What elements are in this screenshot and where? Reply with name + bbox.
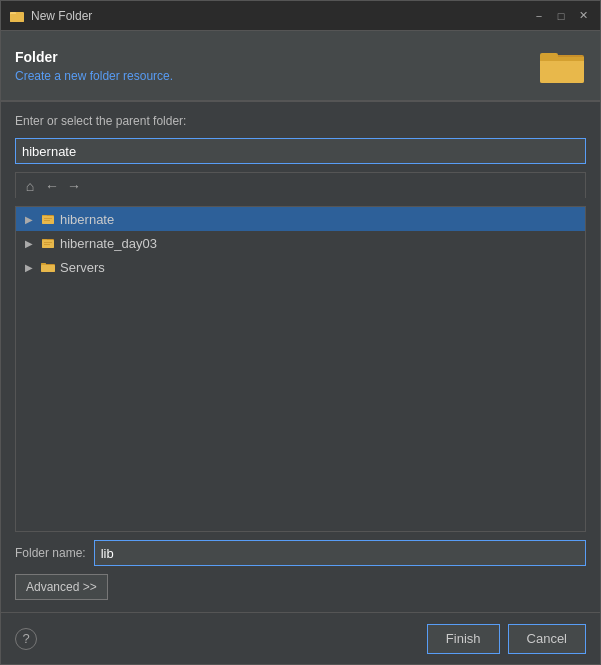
home-icon: ⌂ xyxy=(26,178,34,194)
forward-button[interactable]: → xyxy=(64,176,84,196)
tree-view[interactable]: ▶ hibernate ▶ xyxy=(15,206,586,532)
folder-name-label: Folder name: xyxy=(15,546,86,560)
tree-item[interactable]: ▶ Servers xyxy=(16,255,585,279)
parent-folder-input[interactable] xyxy=(15,138,586,164)
svg-rect-19 xyxy=(41,265,55,272)
svg-rect-16 xyxy=(44,244,50,245)
maximize-button[interactable]: □ xyxy=(552,7,570,25)
cancel-button[interactable]: Cancel xyxy=(508,624,586,654)
window-icon xyxy=(9,8,25,24)
new-folder-dialog: New Folder − □ ✕ Folder Create a new fol… xyxy=(0,0,601,665)
tree-toolbar: ⌂ ← → xyxy=(15,172,586,198)
advanced-button[interactable]: Advanced >> xyxy=(15,574,108,600)
svg-rect-2 xyxy=(10,14,24,22)
minimize-button[interactable]: − xyxy=(530,7,548,25)
help-icon: ? xyxy=(22,631,29,646)
bottom-left: ? xyxy=(15,628,37,650)
svg-rect-15 xyxy=(44,242,52,243)
title-bar: New Folder − □ ✕ xyxy=(1,1,600,31)
header-folder-icon xyxy=(538,45,586,87)
back-button[interactable]: ← xyxy=(42,176,62,196)
tree-toggle[interactable]: ▶ xyxy=(22,260,36,274)
folder-name-input[interactable] xyxy=(94,540,586,566)
home-button[interactable]: ⌂ xyxy=(20,176,40,196)
bottom-right: Finish Cancel xyxy=(427,624,586,654)
tree-toggle[interactable]: ▶ xyxy=(22,236,36,250)
finish-button[interactable]: Finish xyxy=(427,624,500,654)
header-title: Folder xyxy=(15,49,173,65)
window-controls: − □ ✕ xyxy=(530,7,592,25)
project-icon xyxy=(40,235,56,251)
tree-item[interactable]: ▶ hibernate_day03 xyxy=(16,231,585,255)
help-button[interactable]: ? xyxy=(15,628,37,650)
back-icon: ← xyxy=(45,178,59,194)
tree-item[interactable]: ▶ hibernate xyxy=(16,207,585,231)
tree-item-label: Servers xyxy=(60,260,105,275)
bottom-bar: ? Finish Cancel xyxy=(1,612,600,664)
svg-rect-11 xyxy=(44,220,50,221)
tree-toggle[interactable]: ▶ xyxy=(22,212,36,226)
close-button[interactable]: ✕ xyxy=(574,7,592,25)
header-subtitle: Create a new folder resource. xyxy=(15,69,173,83)
project-icon xyxy=(40,211,56,227)
main-content: Enter or select the parent folder: ⌂ ← →… xyxy=(1,102,600,612)
window-title: New Folder xyxy=(31,9,530,23)
header-text: Folder Create a new folder resource. xyxy=(15,49,173,83)
tree-item-label: hibernate_day03 xyxy=(60,236,157,251)
folder-icon xyxy=(40,259,56,275)
folder-name-row: Folder name: xyxy=(15,540,586,566)
parent-folder-label: Enter or select the parent folder: xyxy=(15,114,586,128)
svg-rect-10 xyxy=(44,218,52,219)
header-section: Folder Create a new folder resource. xyxy=(1,31,600,101)
advanced-section: Advanced >> xyxy=(15,574,586,600)
svg-rect-6 xyxy=(540,57,584,61)
forward-icon: → xyxy=(67,178,81,194)
tree-item-label: hibernate xyxy=(60,212,114,227)
